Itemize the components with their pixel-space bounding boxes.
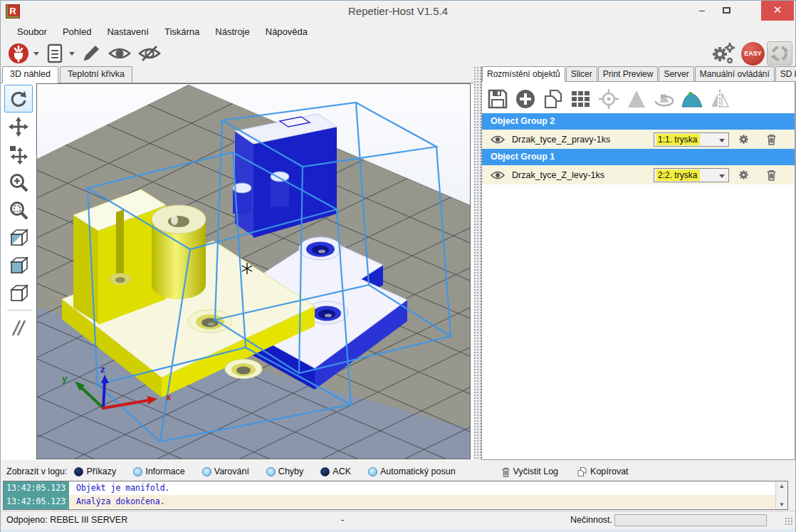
log-message: Analýza dokončena. — [69, 495, 775, 508]
object-name: Drzak_tyce_Z_pravy-1ks — [512, 135, 654, 145]
object-row[interactable]: Drzak_tyce_Z_pravy-1ks 1:1. tryska — [482, 130, 795, 149]
filter-warnings[interactable]: Varování — [202, 466, 249, 476]
filter-errors[interactable]: Chyby — [266, 466, 303, 476]
clear-log-button[interactable]: Vyčistit Log — [501, 466, 558, 477]
rotate-object-icon — [653, 88, 676, 110]
scroll-down-icon[interactable]: ▼ — [779, 501, 785, 508]
filter-autoscroll[interactable]: Automatický posun — [368, 466, 456, 476]
trash-icon — [501, 466, 510, 477]
mound-icon — [681, 88, 703, 110]
filament-change-button[interactable] — [767, 41, 792, 66]
isometric-view-button[interactable] — [4, 224, 33, 251]
autoposition-button[interactable] — [570, 88, 592, 110]
filter-dot-icon — [133, 467, 142, 476]
visibility-eye-icon[interactable] — [491, 135, 506, 145]
tab-object-placement[interactable]: Rozmístění objektů — [482, 66, 565, 82]
triangle-icon — [626, 88, 647, 110]
add-object-button[interactable] — [514, 88, 537, 110]
extruder-select[interactable]: 2:2. tryska — [654, 168, 729, 182]
tab-print-preview[interactable]: Print Preview — [598, 66, 659, 81]
log-scrollbar[interactable]: ▲ ▼ — [775, 481, 787, 509]
resize-grip-icon[interactable] — [785, 517, 793, 526]
chevron-down-icon — [719, 174, 725, 178]
filter-dot-icon — [320, 467, 330, 476]
move-object-button[interactable] — [4, 140, 33, 168]
object-name: Drzak_tyce_Z_levy-1ks — [512, 170, 654, 180]
load-file-dropdown-caret[interactable] — [69, 52, 75, 56]
extruder-select[interactable]: 1:1. tryska — [654, 132, 729, 147]
cube-iso-icon — [8, 227, 29, 249]
toolstrip-separator — [7, 310, 33, 311]
panel-splitter[interactable] — [473, 66, 481, 460]
zoom-in-button[interactable] — [4, 168, 33, 196]
load-file-button[interactable] — [42, 42, 68, 65]
log-time: 13:42:05.123 — [4, 481, 69, 495]
center-object-button[interactable] — [597, 88, 620, 110]
delete-object-button[interactable] — [766, 133, 795, 145]
maximize-icon — [723, 7, 730, 14]
easy-mode-button[interactable]: EASY — [741, 42, 765, 66]
tab-temperature-curve[interactable]: Teplotní křivka — [60, 66, 132, 83]
filter-ack[interactable]: ACK — [320, 466, 351, 476]
object-group-header[interactable]: Object Group 1 — [482, 149, 795, 165]
lay-flat-button[interactable] — [681, 88, 703, 110]
crosshair-icon — [598, 88, 619, 110]
parallel-projection-button[interactable] — [4, 313, 33, 341]
rotate-icon — [9, 89, 28, 109]
printer-state: Nečinnost. — [570, 515, 612, 525]
filter-commands[interactable]: Příkazy — [74, 466, 116, 476]
rotate-view-button[interactable] — [4, 85, 33, 113]
log-time-column: 13:42:05.123 13:42:05.123 — [4, 481, 69, 509]
menu-nastroje[interactable]: Nástroje — [207, 24, 257, 39]
scale-object-button[interactable] — [625, 88, 648, 110]
copy-icon — [543, 88, 564, 110]
filter-info[interactable]: Informace — [133, 466, 185, 476]
menu-pohled[interactable]: Pohled — [55, 24, 99, 39]
object-group-header[interactable]: Object Group 2 — [482, 113, 795, 130]
menu-nastaveni[interactable]: Nastavení — [99, 24, 157, 39]
extruder-value: 2:2. tryska — [656, 169, 700, 181]
visibility-eye-icon[interactable] — [491, 170, 506, 180]
tab-server[interactable]: Server — [659, 66, 693, 81]
show-filament-button[interactable] — [105, 42, 135, 65]
hide-travel-button[interactable] — [135, 42, 164, 65]
log-message: Objekt je manifold. — [69, 481, 775, 495]
tab-3d-view[interactable]: 3D náhled — [2, 66, 58, 83]
tab-slicer[interactable]: Slicer — [566, 66, 597, 81]
mirror-icon — [709, 88, 730, 110]
axis-label-z: z — [100, 364, 105, 375]
menu-tiskarna[interactable]: Tiskárna — [157, 24, 207, 39]
edit-button[interactable] — [78, 42, 105, 65]
tab-manual-control[interactable]: Manuální ovládání — [695, 66, 775, 81]
perspective-view-button[interactable] — [4, 279, 33, 307]
front-view-button[interactable] — [4, 251, 33, 279]
view-tabs: 3D náhled Teplotní křivka — [2, 66, 134, 83]
menu-soubor[interactable]: Soubor — [9, 24, 55, 39]
close-button[interactable]: ✕ — [761, 1, 794, 21]
move-view-button[interactable] — [4, 113, 33, 140]
copy-object-button[interactable] — [542, 88, 565, 110]
rotate-object-button[interactable] — [653, 88, 676, 110]
object-settings-button[interactable] — [738, 133, 766, 145]
minimize-button[interactable]: – — [690, 1, 714, 21]
eye-icon — [107, 43, 132, 64]
3d-canvas[interactable]: y z x — [36, 83, 471, 459]
printer-settings-button[interactable] — [708, 42, 739, 65]
object-row[interactable]: Drzak_tyce_Z_levy-1ks 2:2. tryska — [482, 165, 795, 184]
connect-button[interactable] — [5, 42, 32, 65]
delete-object-button[interactable] — [766, 169, 795, 181]
mirror-object-button[interactable] — [708, 88, 731, 110]
filter-dot-icon — [266, 467, 276, 476]
copy-icon — [577, 466, 587, 477]
zoom-fit-button[interactable] — [4, 196, 33, 224]
tab-sd-card[interactable]: SD karta — [775, 66, 796, 81]
maximize-button[interactable] — [714, 1, 738, 21]
copy-log-button[interactable]: Kopírovat — [577, 466, 629, 477]
connect-dropdown-caret[interactable] — [33, 52, 39, 56]
scroll-up-icon[interactable]: ▲ — [779, 483, 785, 489]
save-button[interactable] — [486, 88, 509, 110]
menu-napoveda[interactable]: Nápověda — [258, 24, 315, 39]
object-toolbar — [486, 85, 731, 113]
plus-circle-icon — [515, 88, 536, 110]
object-settings-button[interactable] — [738, 169, 766, 181]
